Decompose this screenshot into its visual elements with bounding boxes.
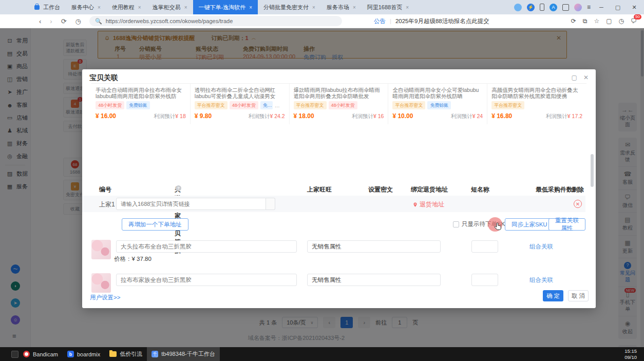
tab-service-center[interactable]: 服务中心× [66,0,106,14]
window-close-button[interactable]: ✕ [629,4,640,11]
circle-a-icon[interactable]: A [550,4,557,11]
tag-free-credit: 免费赊账 [126,101,150,109]
user-settings-link[interactable]: 用户设置>> [90,294,120,301]
taskbar-bandicam[interactable]: Bandicam [18,347,63,361]
modal-scrollbar-thumb[interactable] [591,154,594,187]
sku-name-input[interactable] [116,274,297,286]
tab-close-icon[interactable]: × [249,5,252,10]
tab-close-icon[interactable]: × [353,5,356,10]
card-title: 手动全自动晴雨两用伞拉布布雨伞女labubu晴雨两用遮阳伞防紫外线防 [96,87,186,99]
url-field[interactable]: 🔍 https://orderwebs.yzcsoft.com/okoweb/p… [89,16,342,26]
tab-close-icon[interactable]: × [98,5,101,10]
card-title: 高颜值男女晴雨两用伞全自动折叠太阳伞防晒防紫外线黑胶遮阳便携 [491,87,582,99]
message-badge: 50 [634,14,641,20]
cancel-button[interactable]: 取 消 [568,290,589,301]
window-minimize-button[interactable]: ─ [596,4,607,10]
announcement-text[interactable]: 2025年9月超级88活动报名点此提交 [395,17,489,25]
profit-value: ¥ 24 [472,113,483,119]
delete-row-icon[interactable]: ✕ [574,200,582,208]
min-qty-input[interactable] [471,240,498,253]
browser-address-bar: ‹ › ⟳ ◷ 🔍 https://orderwebs.yzcsoft.com/… [0,14,644,28]
profit-value: ¥ 16 [373,113,384,119]
tab-close-icon[interactable]: × [312,5,315,10]
sku-attr-input[interactable] [307,240,441,253]
tab-label: 工作台 [43,4,60,11]
product-card[interactable]: 高颜值男女晴雨两用伞全自动折叠太阳伞防晒防紫外线黑胶遮阳便携 平台推荐密文 ¥ … [487,84,586,124]
tab-one-click-order-active[interactable]: 一键下单-逸淘软件× [193,0,258,14]
product-link-modal: 宝贝关联 ▢ ✕ 手动全自动晴雨两用伞拉布布雨伞女labubu晴雨两用遮阳伞防紫… [82,69,596,308]
message-icon[interactable]: 🗩50 [631,17,637,25]
lightning-circle-icon[interactable]: ⚡ [527,4,535,11]
tab-yzg-trade[interactable]: 逸掌柜交易× [147,0,193,14]
qianniu-icon: 千 [151,351,158,357]
sku-row: 价格：¥ 37.80 组合关联 [82,239,585,264]
profit-label: 利润预计 [352,113,373,119]
sku-thumbnail [91,240,111,259]
taskbar-app-icon[interactable] [11,351,18,358]
taskbar-folder[interactable]: 低价引流 [105,347,147,361]
phone-icon[interactable] [540,4,544,11]
product-card[interactable]: 透明拉布布雨伞二折伞全自动网红labubu可爱折叠儿童成人动漫男女 平台推荐密文… [191,84,290,124]
card-title: 爆款晴雨两用labubu拉布布雨伞晴雨遮阳伞两用折叠太阳伞防晒批发 [294,87,384,99]
tab-label: 分销批量免密支付 [263,4,309,11]
reset-link-attrs-button[interactable]: 重置关联属性 [548,218,585,231]
avatar[interactable] [574,4,582,11]
confirm-button[interactable]: 确 定 [543,290,563,301]
col-ciphertext: 设置密文 [368,185,393,194]
tab-batch-pay[interactable]: 分销批量免密支付× [258,0,321,14]
taskbar-clock[interactable]: 15:1509/10 [624,348,637,360]
tab-label: 使用教程 [112,4,135,11]
taskbar-qianniu[interactable]: 千tb498348-千牛工作台 [147,347,220,361]
titlebar-icons: ⚡ A ≡ ─ ▢ ✕ [514,0,644,14]
tab-close-icon[interactable]: × [138,5,141,10]
hand-cursor-icon [493,222,503,232]
product-card[interactable]: 全自动晴雨两用伞女小众可爱labubu晴雨两用遮阳伞防紫外线防晒 平台推荐密文 … [388,84,487,124]
product-card[interactable]: 爆款晴雨两用labubu拉布布雨伞晴雨遮阳伞两用折叠太阳伞防晒批发 平台推荐密文… [290,84,389,124]
checkbox[interactable] [453,221,459,227]
forward-button[interactable]: › [50,17,52,25]
combo-link[interactable]: 组合关联 [529,243,553,251]
add-order-address-button[interactable]: 再增加一个下单地址 [122,218,188,231]
col-min-qty: 最低采购件数 [536,185,573,194]
recommended-cards: 手动全自动晴雨两用伞拉布布雨伞女labubu晴雨两用遮阳伞防紫外线防 48小时发… [91,83,586,124]
taskbar-boardmix[interactable]: bboardmix [63,347,105,361]
help-icon[interactable]: ? [176,185,181,191]
tab-close-icon[interactable]: × [184,5,187,10]
taskbar-label: Bandicam [33,351,58,357]
min-qty-input[interactable] [471,274,498,286]
supplier-link-input[interactable] [116,198,266,210]
sku-name-input[interactable] [116,240,297,253]
url-text: https://orderwebs.yzcsoft.com/okoweb/pag… [106,18,233,24]
back-button[interactable]: ‹ [39,17,41,25]
tag-platform: 平台推荐密文 [294,101,327,109]
modal-maximize-icon[interactable]: ▢ [572,74,577,81]
sku-attr-input[interactable] [307,274,441,286]
link-attach-button[interactable] [266,198,275,210]
product-card[interactable]: 手动全自动晴雨两用伞拉布布雨伞女labubu晴雨两用遮阳伞防紫外线防 48小时发… [91,84,191,124]
announcement[interactable]: 公告 | 2025年9月超级88活动报名点此提交 [374,17,489,25]
clock-icon[interactable]: ◷ [619,17,624,25]
combo-link[interactable]: 组合关联 [529,276,553,284]
tab-close-icon[interactable]: × [406,5,409,10]
star-icon[interactable]: ☆ [594,17,599,25]
tab-tutorial[interactable]: 使用教程× [106,0,147,14]
notes-icon[interactable] [562,4,569,11]
tab-1688-home[interactable]: 阿里1688首页× [362,0,414,14]
modal-title: 宝贝关联 [89,73,118,82]
history-clock-icon[interactable]: ◷ [75,17,81,25]
return-address-link[interactable]: 退货地址 [412,200,444,209]
tab-label: 服务中心 [71,4,94,11]
menu-icon[interactable]: ≡ [587,4,591,11]
tab-workbench[interactable]: 工作台 [29,0,66,14]
supplier-row: 上家1 退货地址 ✕ [82,196,585,212]
taskbar-label: boardmix [77,351,100,357]
sync-supplier-sku-button[interactable]: 同步上家SKU [505,218,554,231]
tab-service-market[interactable]: 服务市场× [321,0,362,14]
reload-button[interactable]: ⟳ [61,17,67,25]
paw-icon[interactable] [514,4,522,11]
modal-close-icon[interactable]: ✕ [583,74,589,81]
refresh-icon[interactable]: ⟳ [571,17,576,25]
copy-icon[interactable]: ⧉ [583,17,588,25]
page-icon[interactable]: ▢ [606,17,612,25]
window-maximize-button[interactable]: ▢ [612,4,623,11]
